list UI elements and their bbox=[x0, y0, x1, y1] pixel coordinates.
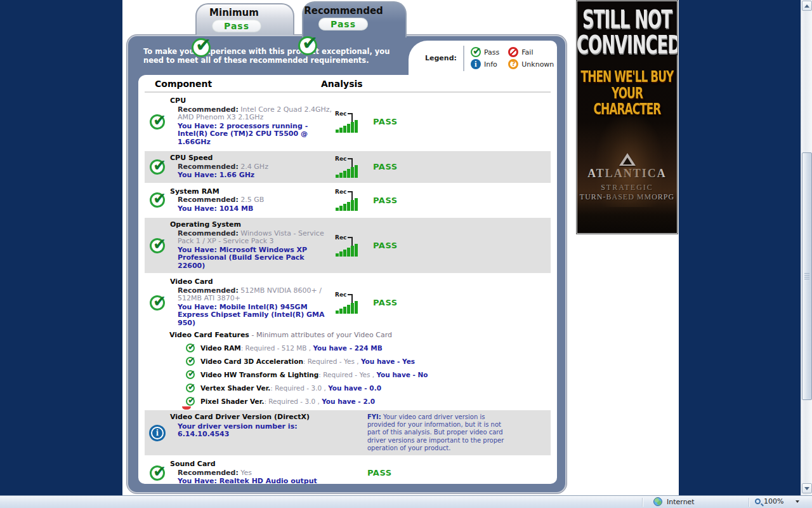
scroll-down-button[interactable] bbox=[802, 483, 812, 493]
ad-banner-atlantica[interactable]: STILL NOT CONVINCED? THEN WE'LL BUY YOUR… bbox=[576, 0, 678, 234]
result-badge: PASS bbox=[373, 298, 398, 307]
result-badge: PASS bbox=[367, 468, 392, 478]
recommended-label: Recommended: bbox=[178, 229, 239, 237]
legend-pass-label: Pass bbox=[484, 48, 499, 57]
component-name: CPU bbox=[170, 97, 334, 105]
legend-fail-label: Fail bbox=[521, 48, 533, 57]
zone-label: Internet bbox=[667, 498, 695, 506]
result-badge: PASS bbox=[373, 117, 398, 126]
recommended-label: Recommended: bbox=[178, 469, 239, 477]
ad-headline-line2: CONVINCED? bbox=[577, 32, 678, 57]
row-operating-system: Operating System Recommended: Windows Vi… bbox=[145, 218, 551, 273]
recommended-label: Recommended: bbox=[178, 163, 239, 171]
result-badge: PASS bbox=[373, 241, 398, 250]
legend-unknown: Unknown bbox=[508, 59, 554, 69]
info-icon bbox=[471, 59, 481, 69]
recommended-label: Recommended: bbox=[178, 196, 239, 204]
legend: Legend: Pass Fail Info Unknown bbox=[409, 41, 557, 76]
pass-check-icon bbox=[150, 465, 165, 481]
feature-required: Required - 512 MB bbox=[241, 344, 313, 352]
you-have-value: You Have: 1014 MB bbox=[178, 205, 334, 213]
feature-pixel-shader: Pixel Shader Ver.Required - 3.0You have … bbox=[186, 396, 551, 406]
pass-check-icon bbox=[186, 384, 195, 392]
feature-you-have: You have - No bbox=[376, 371, 428, 378]
feature-label: Video HW Transform & Lighting bbox=[200, 371, 318, 378]
rec-bar-meter: Rec bbox=[335, 110, 365, 133]
pass-check-icon bbox=[150, 159, 165, 175]
recommended-label: Recommended: bbox=[178, 105, 239, 114]
component-name: System RAM bbox=[170, 188, 334, 196]
component-name: Operating System bbox=[170, 221, 334, 229]
rec-bar-meter: Rec bbox=[335, 189, 365, 211]
rec-bar-meter: Rec bbox=[335, 234, 365, 257]
partially-visible-fail-icon bbox=[182, 406, 191, 410]
tab-minimum-label: Minimum bbox=[197, 7, 272, 18]
feature-video-ram: Video RAMRequired - 512 MBYou have - 224… bbox=[186, 343, 551, 352]
legend-info-label: Info bbox=[484, 60, 497, 69]
vertical-scrollbar[interactable] bbox=[801, 0, 812, 495]
tab-recommended[interactable]: Recommended Pass bbox=[302, 1, 407, 37]
tab-minimum[interactable]: Minimum Pass bbox=[195, 3, 294, 35]
chevron-down-icon bbox=[804, 487, 809, 490]
result-badge: PASS bbox=[373, 162, 398, 171]
feature-vertex-shader: Vertex Shader Ver.Required - 3.0You have… bbox=[186, 383, 551, 392]
zoom-level: 100% bbox=[764, 497, 783, 505]
zoom-control[interactable]: 100% bbox=[755, 497, 799, 505]
feature-you-have: You have - Yes bbox=[361, 358, 415, 365]
zoom-dropdown-caret-icon[interactable] bbox=[796, 500, 799, 503]
rec-bar-meter: Rec bbox=[335, 291, 365, 314]
rec-marker-label: Rec bbox=[335, 110, 346, 117]
you-have-value: You Have: Mobile Intel(R) 945GM Express … bbox=[178, 304, 334, 328]
internet-globe-icon bbox=[653, 497, 662, 506]
ad-headline-line1: STILL NOT bbox=[577, 7, 678, 32]
legend-info: Info bbox=[471, 59, 499, 69]
row-video-card-driver: Video Card Driver Version (DirectX) Your… bbox=[145, 410, 551, 455]
row-cpu: CPU Recommended: Intel Core 2 Quad 2.4GH… bbox=[145, 94, 551, 149]
legend-pass: Pass bbox=[471, 47, 499, 57]
feature-label: Vertex Shader Ver. bbox=[200, 384, 270, 392]
legend-divider bbox=[463, 46, 464, 71]
rec-marker-label: Rec bbox=[335, 291, 346, 298]
magnifier-icon bbox=[755, 498, 761, 504]
row-cpu-speed: CPU Speed Recommended: 2.4 GHz You Have:… bbox=[145, 151, 551, 183]
you-have-value: You Have: 2 processors running - Intel(R… bbox=[178, 123, 334, 147]
info-icon bbox=[151, 427, 164, 439]
results-panel: To make your experience with this produc… bbox=[127, 35, 566, 493]
pass-check-icon bbox=[298, 36, 317, 55]
recommended-label: Recommended: bbox=[178, 286, 239, 295]
rec-bar-meter: Rec bbox=[335, 156, 365, 178]
component-column-header: Component bbox=[145, 79, 321, 89]
ad-subline-line1: THEN WE'LL BUY bbox=[577, 69, 678, 85]
tab-minimum-status: Pass bbox=[224, 21, 249, 31]
feature-you-have: You have - 2.0 bbox=[322, 398, 375, 405]
legend-fail: Fail bbox=[508, 47, 554, 57]
legend-items: Pass Fail Info Unknown bbox=[471, 47, 554, 69]
feature-label: Video Card 3D Acceleration bbox=[200, 358, 303, 365]
you-have-value: You Have: 1.66 GHz bbox=[178, 171, 334, 180]
chevron-up-icon bbox=[804, 4, 809, 8]
pass-check-icon bbox=[150, 295, 165, 311]
feature-hw-transform-lighting: Video HW Transform & LightingRequired - … bbox=[186, 370, 551, 379]
features-subtitle: - Minimum attributes of your Video Card bbox=[251, 331, 392, 339]
result-badge: PASS bbox=[373, 196, 398, 205]
pass-check-icon bbox=[150, 114, 165, 130]
fyi-label: FYI: bbox=[367, 413, 381, 420]
statusbar-divider bbox=[642, 498, 643, 507]
security-zone-indicator: Internet bbox=[653, 497, 695, 506]
pass-check-icon bbox=[150, 238, 165, 253]
fyi-note: FYI: Your video card driver version is p… bbox=[367, 412, 508, 453]
fail-icon bbox=[508, 47, 518, 57]
analysis-column-header: Analysis bbox=[321, 79, 363, 89]
pass-check-icon bbox=[186, 397, 195, 406]
table-header: Component Analysis bbox=[145, 79, 551, 93]
scrollbar-thumb[interactable] bbox=[802, 152, 812, 400]
browser-viewport: Minimum Pass Recommended Pass To make yo… bbox=[0, 0, 801, 495]
tab-minimum-status-pill: Pass bbox=[212, 20, 261, 32]
unknown-icon bbox=[508, 59, 518, 69]
feature-label: Pixel Shader Ver. bbox=[200, 398, 264, 405]
pass-check-icon bbox=[186, 357, 195, 366]
recommended-value: Yes bbox=[240, 469, 252, 477]
component-name: Sound Card bbox=[170, 460, 334, 469]
feature-you-have: You have - 224 MB bbox=[313, 344, 382, 352]
scroll-up-button[interactable] bbox=[802, 1, 812, 11]
